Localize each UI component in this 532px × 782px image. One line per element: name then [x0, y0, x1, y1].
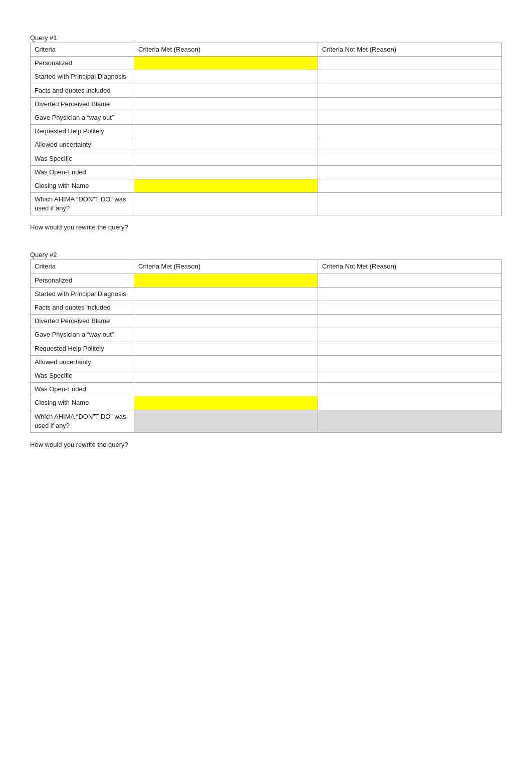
not-met-cell[interactable] — [318, 315, 502, 328]
met-cell[interactable] — [134, 369, 318, 382]
criteria-cell: Was Open-Ended — [31, 165, 134, 179]
criteria-cell: Diverted Perceived Blame — [31, 97, 134, 111]
query-section-1: Query #1CriteriaCriteria Met (Reason)Cri… — [30, 34, 502, 231]
criteria-cell: Personalized — [31, 57, 134, 70]
not-met-cell[interactable] — [318, 138, 502, 152]
met-cell[interactable] — [134, 410, 318, 432]
met-cell[interactable] — [134, 70, 318, 84]
col-header-not-met: Criteria Not Met (Reason) — [318, 43, 502, 57]
met-cell[interactable] — [134, 355, 318, 369]
query-label-1: Query #1 — [30, 34, 502, 42]
met-cell[interactable] — [134, 287, 318, 301]
table-row: Facts and quotes included — [31, 84, 502, 97]
rewrite-label-2: How would you rewrite the query? — [30, 441, 502, 448]
criteria-cell: Requested Help Politely — [31, 125, 134, 138]
not-met-cell[interactable] — [318, 396, 502, 410]
table-row: Started with Principal Diagnosis — [31, 287, 502, 301]
criteria-cell: Started with Principal Diagnosis — [31, 287, 134, 301]
table-row: Gave Physician a “way out” — [31, 111, 502, 124]
not-met-cell[interactable] — [318, 342, 502, 355]
query-section-2: Query #2CriteriaCriteria Met (Reason)Cri… — [30, 251, 502, 448]
criteria-cell: Facts and quotes included — [31, 301, 134, 315]
met-cell[interactable] — [134, 396, 318, 410]
table-row: Which AHIMA “DON”T DO” was used if any? — [31, 410, 502, 432]
not-met-cell[interactable] — [318, 328, 502, 342]
criteria-cell: Allowed uncertainty — [31, 138, 134, 152]
met-cell[interactable] — [134, 179, 318, 192]
criteria-cell: Started with Principal Diagnosis — [31, 70, 134, 84]
criteria-cell: Which AHIMA “DON”T DO” was used if any? — [31, 410, 134, 432]
table-row: Diverted Perceived Blame — [31, 315, 502, 328]
table-row: Started with Principal Diagnosis — [31, 70, 502, 84]
met-cell[interactable] — [134, 138, 318, 152]
criteria-cell: Allowed uncertainty — [31, 355, 134, 369]
col-header-met: Criteria Met (Reason) — [134, 43, 318, 57]
criteria-cell: Was Specific — [31, 369, 134, 382]
not-met-cell[interactable] — [318, 193, 502, 215]
table-row: Closing with Name — [31, 396, 502, 410]
not-met-cell[interactable] — [318, 383, 502, 396]
met-cell[interactable] — [134, 383, 318, 396]
table-row: Was Open-Ended — [31, 383, 502, 396]
not-met-cell[interactable] — [318, 70, 502, 84]
met-cell[interactable] — [134, 315, 318, 328]
table-row: Diverted Perceived Blame — [31, 97, 502, 111]
not-met-cell[interactable] — [318, 84, 502, 97]
criteria-cell: Was Specific — [31, 152, 134, 165]
table-row: Allowed uncertainty — [31, 355, 502, 369]
table-row: Personalized — [31, 274, 502, 287]
met-cell[interactable] — [134, 111, 318, 124]
col-header-criteria: Criteria — [31, 260, 134, 274]
not-met-cell[interactable] — [318, 125, 502, 138]
table-row: Facts and quotes included — [31, 301, 502, 315]
met-cell[interactable] — [134, 125, 318, 138]
query-label-2: Query #2 — [30, 251, 502, 258]
not-met-cell[interactable] — [318, 111, 502, 124]
criteria-cell: Personalized — [31, 274, 134, 287]
criteria-cell: Which AHIMA “DON”T DO” was used if any? — [31, 193, 134, 215]
rewrite-label-1: How would you rewrite the query? — [30, 223, 502, 231]
met-cell[interactable] — [134, 193, 318, 215]
met-cell[interactable] — [134, 57, 318, 70]
query-table-2: CriteriaCriteria Met (Reason)Criteria No… — [30, 259, 502, 432]
not-met-cell[interactable] — [318, 57, 502, 70]
met-cell[interactable] — [134, 152, 318, 165]
table-row: Was Open-Ended — [31, 165, 502, 179]
criteria-cell: Closing with Name — [31, 396, 134, 410]
met-cell[interactable] — [134, 342, 318, 355]
not-met-cell[interactable] — [318, 97, 502, 111]
table-row: Was Specific — [31, 152, 502, 165]
col-header-not-met: Criteria Not Met (Reason) — [318, 260, 502, 274]
criteria-cell: Requested Help Politely — [31, 342, 134, 355]
not-met-cell[interactable] — [318, 301, 502, 315]
not-met-cell[interactable] — [318, 274, 502, 287]
not-met-cell[interactable] — [318, 410, 502, 432]
not-met-cell[interactable] — [318, 152, 502, 165]
criteria-cell: Gave Physician a “way out” — [31, 111, 134, 124]
col-header-criteria: Criteria — [31, 43, 134, 57]
not-met-cell[interactable] — [318, 165, 502, 179]
met-cell[interactable] — [134, 97, 318, 111]
not-met-cell[interactable] — [318, 355, 502, 369]
criteria-cell: Was Open-Ended — [31, 383, 134, 396]
met-cell[interactable] — [134, 84, 318, 97]
table-row: Personalized — [31, 57, 502, 70]
met-cell[interactable] — [134, 165, 318, 179]
table-row: Was Specific — [31, 369, 502, 382]
criteria-cell: Facts and quotes included — [31, 84, 134, 97]
not-met-cell[interactable] — [318, 179, 502, 192]
table-row: Requested Help Politely — [31, 342, 502, 355]
not-met-cell[interactable] — [318, 287, 502, 301]
met-cell[interactable] — [134, 328, 318, 342]
criteria-cell: Closing with Name — [31, 179, 134, 192]
met-cell[interactable] — [134, 301, 318, 315]
table-row: Gave Physician a “way out” — [31, 328, 502, 342]
criteria-cell: Gave Physician a “way out” — [31, 328, 134, 342]
table-row: Allowed uncertainty — [31, 138, 502, 152]
table-row: Requested Help Politely — [31, 125, 502, 138]
criteria-cell: Diverted Perceived Blame — [31, 315, 134, 328]
table-row: Which AHIMA “DON”T DO” was used if any? — [31, 193, 502, 215]
met-cell[interactable] — [134, 274, 318, 287]
col-header-met: Criteria Met (Reason) — [134, 260, 318, 274]
not-met-cell[interactable] — [318, 369, 502, 382]
